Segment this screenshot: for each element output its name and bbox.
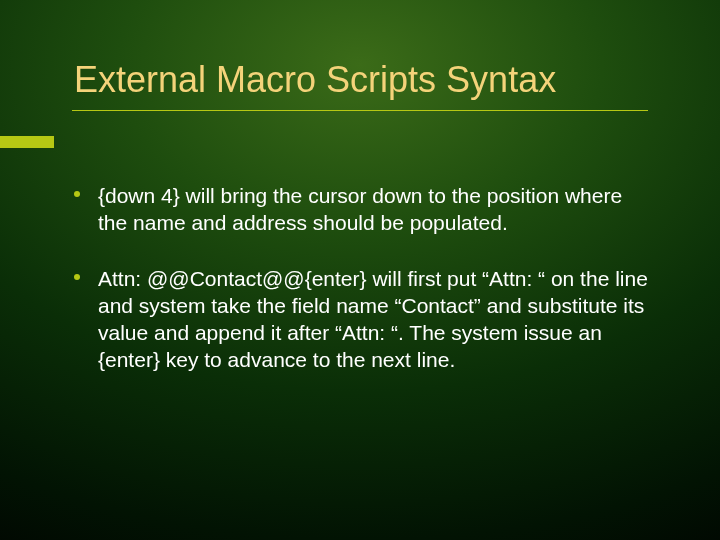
slide-body: {down 4} will bring the cursor down to t… [74,182,654,402]
bullet-text: Attn: @@Contact@@{enter} will first put … [98,265,654,374]
bullet-dot-icon [74,274,80,280]
bullet-dot-icon [74,191,80,197]
slide: External Macro Scripts Syntax {down 4} w… [0,0,720,540]
accent-bar [0,136,54,148]
bullet-text: {down 4} will bring the cursor down to t… [98,182,654,237]
bullet-item: {down 4} will bring the cursor down to t… [74,182,654,237]
slide-title: External Macro Scripts Syntax [74,60,674,100]
title-underline [72,110,648,111]
bullet-item: Attn: @@Contact@@{enter} will first put … [74,265,654,374]
